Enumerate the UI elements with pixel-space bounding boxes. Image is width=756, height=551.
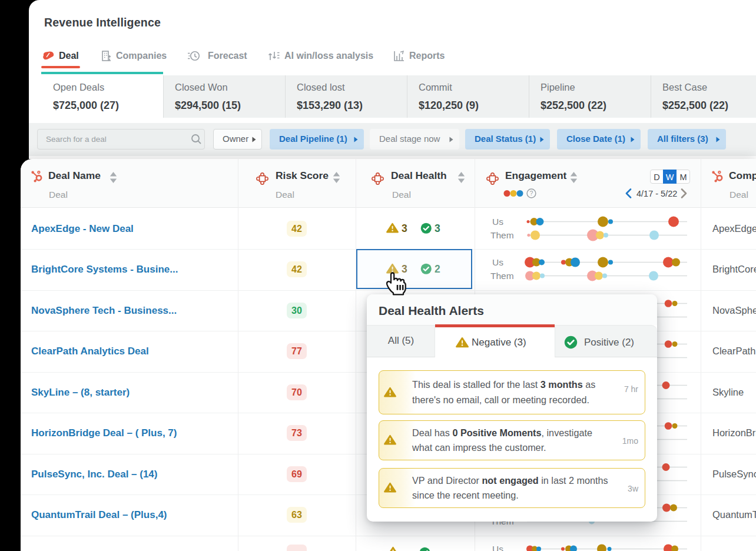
svg-text:?: ? bbox=[530, 190, 533, 197]
